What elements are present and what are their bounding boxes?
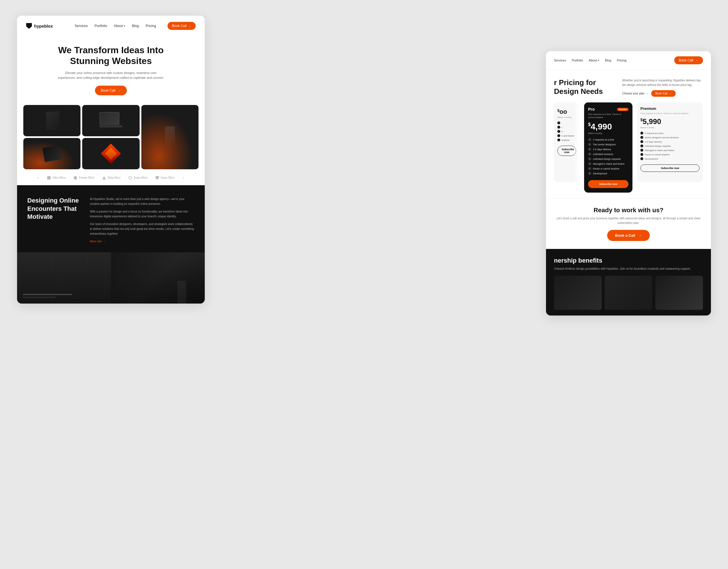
right-dark-section: nership benefits Unleash limitless desig…	[546, 249, 711, 316]
right-dark-title: nership benefits	[554, 257, 703, 264]
left-nav-links: Services Portfolio About Blog Pricing	[75, 24, 156, 28]
pricing-book-call-button[interactable]: Book Call →	[651, 90, 676, 97]
brands-row: ✦ Ultra Blox Frame Blox Ship Blox Supa B…	[17, 172, 205, 185]
pro-check-icon: ✓	[588, 152, 591, 156]
dark-para-2: With a passion for design and a focus on…	[90, 209, 195, 219]
pro-plan-name: Pro	[588, 107, 595, 111]
pro-plan-price: $4,990	[588, 122, 628, 131]
image-grid	[23, 105, 198, 169]
image-grid-container	[17, 101, 205, 172]
pro-feature-7: ✓ Pause or cancel anytime	[588, 167, 628, 170]
hero-subtitle: Elevate your online presence with custom…	[57, 71, 165, 80]
bottom-img-left	[17, 252, 111, 304]
product-image-laptop2	[82, 138, 139, 169]
pricing-cards-row: $oo Billed monthly ✓ ✓ r ✓ k ✓ k and No	[546, 102, 711, 198]
pro-check-icon: ✓	[588, 167, 591, 170]
pricing-header: r Pricing for Design Needs Whether you'r…	[546, 70, 711, 102]
hero-arrow-icon: →	[118, 88, 121, 92]
right-nav-book-call-label: Book Call	[679, 58, 693, 62]
cta-title: Ready to work with us?	[554, 206, 703, 214]
check-icon: ✓	[640, 153, 643, 156]
pricing-header-right: Whether you're launching or expanding, H…	[622, 78, 703, 97]
choose-plan-link[interactable]: Choose your plan →	[622, 92, 648, 95]
check-icon: ✓	[640, 140, 643, 143]
brand-hype-blox: Hype Blox	[156, 176, 175, 179]
check-icon: ✓	[557, 134, 560, 137]
partial-feature-5: ✓ anytime	[557, 138, 576, 141]
pro-card-header: Pro Popular	[588, 107, 628, 111]
dark-image-3	[655, 276, 703, 310]
pro-check-icon: ✓	[588, 157, 591, 160]
cta-subtitle: Let's book a call and grow your business…	[554, 216, 703, 225]
more-info-link[interactable]: More info →	[90, 239, 195, 244]
premium-feature-2: ✓ Senior designers and art directors	[640, 136, 700, 139]
check-icon: ✓	[557, 138, 560, 141]
premium-feature-7: ✓ Development	[640, 157, 700, 160]
nav-pricing[interactable]: Pricing	[146, 24, 156, 28]
right-dark-subtitle: Unleash limitless design possibilities w…	[554, 266, 703, 271]
product-image-device-glow	[23, 138, 80, 169]
brand-label-end: ✦	[183, 176, 185, 179]
pro-feature-8: ✓ Development	[588, 172, 628, 175]
left-dark-right: At Hypeblox Studio, we're more than just…	[90, 196, 195, 244]
hero-cta-label: Book Call	[101, 88, 115, 92]
dark-section-title: Designing Online Encounters That Motivat…	[27, 196, 84, 221]
choose-plan-arrow-icon: →	[646, 92, 648, 95]
pricing-header-row: r Pricing for Design Needs Whether you'r…	[554, 78, 703, 97]
premium-plan-billing: Billed monthly	[640, 126, 700, 129]
premium-subscribe-button[interactable]: Subscribe now	[640, 164, 700, 172]
nav-blog[interactable]: Blog	[132, 24, 139, 28]
product-image-book	[23, 105, 80, 136]
nav-about[interactable]: About	[114, 24, 125, 28]
pro-feature-1: ✓ 2 requests at a time	[588, 138, 628, 141]
cta-arrow-icon: →	[638, 233, 642, 237]
nav-portfolio[interactable]: Portfolio	[95, 24, 107, 28]
check-icon: ✓	[640, 149, 643, 152]
pricing-header-actions: Choose your plan → Book Call →	[622, 90, 703, 97]
check-icon: ✓	[557, 130, 560, 133]
right-nav-blog[interactable]: Blog	[605, 59, 611, 62]
pro-plan-card: Pro Popular Two requests at a time. Paus…	[584, 102, 632, 192]
cta-section: Ready to work with us? Let's book a call…	[546, 198, 711, 249]
right-nav-book-call-button[interactable]: Book Call →	[674, 56, 703, 64]
nav-services[interactable]: Services	[75, 24, 88, 28]
right-nav-pricing[interactable]: Pricing	[617, 59, 626, 62]
premium-feature-1: ✓ 5 request at a time	[640, 132, 700, 134]
bottom-img-right	[111, 252, 205, 304]
dark-para-3: Our team of innovative designers, develo…	[90, 221, 195, 236]
check-icon: ✓	[557, 126, 560, 129]
nav-book-call-label: Book Call	[172, 24, 187, 28]
premium-feature-3: ✓ 1-2 days delivery	[640, 140, 700, 143]
left-hero: We Transform Ideas Into Stunning Website…	[17, 36, 205, 101]
pro-feature-2: ✓ Two senior designers	[588, 143, 628, 146]
product-image-speaker	[141, 105, 198, 169]
left-bottom-images	[17, 252, 205, 304]
left-dark-content: Designing Online Encounters That Motivat…	[27, 196, 195, 244]
right-nav-portfolio[interactable]: Portfolio	[572, 59, 583, 62]
right-card: Services Portfolio About Blog Pricing Bo…	[546, 51, 711, 316]
pro-feature-6: ✓ Managed in Slack and Notion	[588, 162, 628, 165]
premium-plan-tagline: Five request at a time. Pause or cancel …	[640, 112, 700, 115]
right-nav-services[interactable]: Services	[554, 59, 566, 62]
hero-book-call-button[interactable]: Book Call →	[95, 86, 127, 95]
cta-book-call-button[interactable]: Book a Call →	[607, 230, 650, 241]
logo[interactable]: hypeblox	[26, 23, 53, 29]
right-nav-links: Services Portfolio About Blog Pricing	[554, 59, 626, 62]
pro-check-icon: ✓	[588, 162, 591, 165]
logo-icon	[26, 23, 32, 29]
nav-book-call-button[interactable]: Book Call →	[167, 22, 196, 30]
dark-para-1: At Hypeblox Studio, we're more than just…	[90, 196, 195, 206]
pro-feature-3: ✓ 2-3 days delivery	[588, 148, 628, 151]
partial-subscribe-button[interactable]: Subscribe now	[557, 146, 576, 156]
pro-subscribe-button[interactable]: Subscribe now	[588, 180, 628, 188]
partial-plan-card: $oo Billed monthly ✓ ✓ r ✓ k ✓ k and No	[554, 102, 580, 182]
partial-feature-1: ✓	[557, 121, 576, 124]
pricing-subtitle: Whether you're launching or expanding, H…	[622, 78, 703, 87]
premium-feature-4: ✓ Unlimited design requests	[640, 144, 700, 147]
left-nav: hypeblox Services Portfolio About Blog P…	[17, 16, 205, 36]
pro-check-icon: ✓	[588, 172, 591, 175]
check-icon: ✓	[557, 121, 560, 124]
premium-feature-6: ✓ Pause or cancel anytime	[640, 153, 700, 156]
right-nav-arrow-icon: →	[695, 58, 698, 62]
right-nav-about[interactable]: About	[589, 59, 599, 62]
